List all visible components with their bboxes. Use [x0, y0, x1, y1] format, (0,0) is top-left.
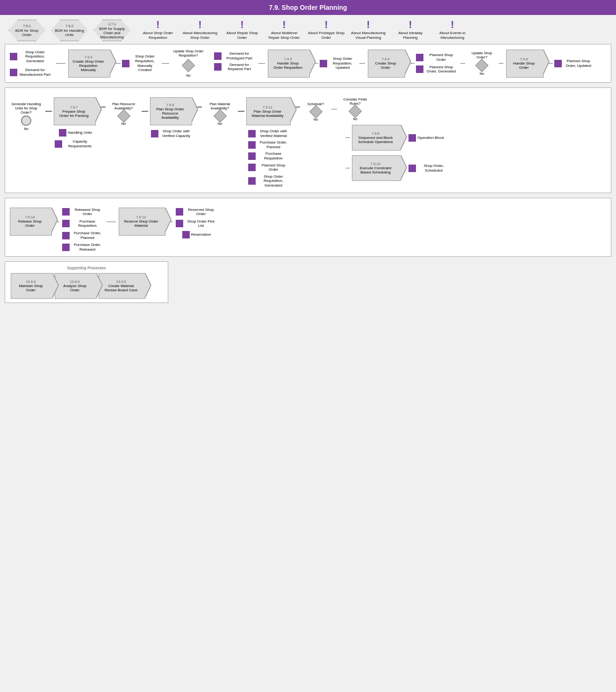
event-demand-prototyped: Demand for Prototyped Part: [214, 51, 256, 60]
gateway-gen-handling: [21, 115, 31, 126]
gateway-1: [182, 59, 195, 72]
about-item-3[interactable]: ! About Repair Shop Order: [223, 20, 261, 40]
section-1: Shop Order Requisition, Generated Demand…: [5, 44, 611, 83]
section-2: Generate Handling Units for Shop Order? …: [5, 87, 611, 193]
about-item-1[interactable]: ! About Shop Order Requisition: [139, 20, 177, 40]
process-release-shop-order[interactable]: 7.9.14 Release Shop Order: [10, 208, 52, 236]
process-sequence-block[interactable]: 7.9.8 Sequence and Block Schedule Operat…: [352, 125, 401, 151]
event-icon-out2: [320, 60, 327, 67]
process-constraint-scheduling[interactable]: 7.9.10 Execute Constraint Based Scheduli…: [352, 155, 401, 181]
about-item-2[interactable]: ! About Manufacturing Shop Order: [181, 20, 219, 40]
section-3: 7.9.14 Release Shop Order Released Shop …: [5, 198, 611, 257]
gateway-plan-resource: [117, 109, 130, 123]
process-create-shop-order-req[interactable]: 7.9.3 Create Shop Order Requisition Manu…: [68, 50, 110, 78]
event-icon-verified-cap: [151, 130, 158, 137]
event-reservation: Reservation: [176, 231, 217, 238]
event-po-planned-2: Purchase Order, Planned: [62, 231, 104, 240]
event-planned-shop-order-2: Planned Shop Order: [247, 163, 291, 172]
page-title: 7.9. Shop Order Planning: [0, 0, 616, 15]
event-purchase-req-2: Purchase Requisition: [247, 151, 291, 160]
process-maintain-shop-order[interactable]: 10.6.8 Maintain Shop Order: [11, 273, 53, 299]
bdr-item-1[interactable]: 7.9.1 BDR for Shop Order: [7, 20, 47, 41]
bdr-item-3[interactable]: 1.7.1 BDR for Supply Chain and Manufactu…: [92, 20, 132, 41]
event-shop-order-verified-cap: Shop Order with Verified Capacity: [151, 129, 193, 138]
event-operation-block: Operation Block: [408, 134, 444, 142]
process-create-shop-order[interactable]: 7.9.4 Create Shop Order: [368, 50, 405, 78]
event-handling-units: Handling Units: [55, 129, 96, 137]
process-create-material-review[interactable]: 13.9.5 Create Material Review Board Case: [99, 273, 145, 299]
about-item-7[interactable]: ! About Intraday Planning: [392, 20, 429, 40]
event-icon-1: [10, 53, 17, 60]
event-po-planned: Purchase Order, Planned: [247, 140, 291, 149]
event-capacity-req: Capacity Requirements: [55, 139, 96, 148]
event-icon-cap: [55, 140, 62, 148]
event-shop-order-pick-list: Shop Order Pick List: [176, 219, 217, 228]
process-plan-material[interactable]: 7.9.11 Plan Shop Order Material Availabi…: [246, 97, 291, 125]
event-planned-shop-order-gen: Planned Shop Order, Generated: [416, 65, 458, 74]
about-item-6[interactable]: ! About Manufacturing Visual Planning: [350, 20, 387, 40]
gateway-schedule: [309, 105, 322, 118]
event-shop-verified-material: Shop Order with Verified Material: [247, 129, 291, 138]
event-icon-5: [416, 54, 423, 61]
process-prepare-shop-order[interactable]: 7.9.7 Prepare Shop Order for Packing: [54, 97, 96, 125]
event-icon-hu: [59, 129, 66, 137]
event-shop-order-req-gen-2: Shop Order Requisition, Generated: [247, 174, 291, 188]
event-demand-repaired: Demand for Repaired Part: [214, 63, 256, 72]
gateway-finite-rules: [349, 105, 362, 118]
process-plan-resource[interactable]: 7.9.9 Plan Shop Order Resource Availabil…: [150, 97, 192, 125]
bdr-item-2[interactable]: 7.9.2 BDR for Handling Units: [50, 20, 89, 41]
event-demand-manufactured: Demand for Manufactured Part: [10, 68, 51, 77]
event-icon-3: [214, 52, 222, 60]
process-handle-shop-order[interactable]: 7.9.6 Handle Shop Order: [506, 50, 544, 78]
process-analyze-shop-order[interactable]: 10.6.9 Analyze Shop Order: [55, 273, 97, 299]
event-icon-2: [10, 69, 17, 76]
process-reserve-shop-order[interactable]: 7.9.12 Reserve Shop Order Material: [119, 208, 165, 236]
process-handle-shop-order-req[interactable]: 7.9.5 Handle Shop Order Requisition: [268, 50, 310, 78]
event-icon-4: [214, 63, 222, 71]
event-shop-order-req-generated: Shop Order Requisition, Generated: [10, 50, 51, 64]
event-shop-order-scheduled: Shop Order, Scheduled: [408, 164, 450, 173]
connector-line-1: [56, 63, 65, 64]
event-planned-shop-order: Planned Shop Order: [416, 53, 458, 62]
supporting-title: Supporting Processes: [11, 266, 162, 270]
gateway-plan-material: [213, 109, 226, 123]
event-icon-out1: [122, 60, 129, 67]
about-item-4[interactable]: ! About Multilevel Repair Shop Order: [265, 20, 303, 40]
event-icon-7: [554, 60, 562, 67]
about-item-8[interactable]: ! About Events in Manufacturing: [434, 20, 471, 40]
about-item-5[interactable]: ! About Prototype Shop Order: [308, 20, 345, 40]
event-po-released: Purchase Order, Released: [62, 243, 104, 252]
event-purchase-req-3: Purchase Requisition: [62, 219, 104, 228]
event-icon-6: [416, 65, 423, 73]
event-released-shop-order: Released Shop Order: [62, 208, 104, 216]
gateway-2: [475, 59, 488, 72]
section-supporting: Supporting Processes 10.6.8 Maintain Sho…: [5, 261, 611, 303]
event-reserved-shop-order: Reserved Shop Order: [176, 208, 217, 216]
